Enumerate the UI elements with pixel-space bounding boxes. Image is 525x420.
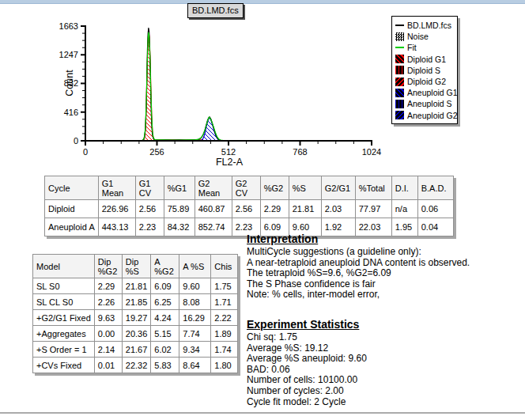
legend-item-diploid-g1[interactable]: Diploid G1 [395,54,455,65]
table-cell: 0.06 [417,200,453,218]
table-cell: 8.64 [179,358,211,373]
column-header: %G2 [260,176,289,200]
table-cell: 21.85 [122,294,151,310]
chart-title[interactable]: BD.LMD.fcs [187,3,244,18]
table-cell: 21.81 [122,278,151,294]
table-cell: 2.56 [135,200,164,218]
column-header: Model [33,255,95,278]
x-tick-label: 768 [293,147,307,157]
experiment-statistics-lines: Chi sq: 1.75Average %S: 19.12Average %S … [247,332,523,407]
table-row[interactable]: SL CL S02.2621.856.258.081.71 [33,294,238,310]
legend-item-aneuploid-g1[interactable]: Aneuploid G1 [395,87,455,98]
legend-item-aneuploid-s[interactable]: Aneuploid S [395,98,455,109]
fit-curve [85,32,372,141]
text-line: The S Phase confidence is fair [247,279,523,290]
table-cell: 2.26 [94,294,122,310]
hatch-vert-swatch-icon [395,100,404,108]
table-cell: 22.32 [122,358,151,373]
table-cell: 2.29 [94,278,122,294]
legend-label: BD.LMD.fcs [407,21,451,30]
table-cell: 5.15 [151,326,179,342]
text-line: A near-tetraploid aneuploid DNA content … [247,258,523,269]
hatch-fwd-swatch-icon [395,78,404,86]
table-cell: 1.89 [211,326,238,342]
table-cell: 443.13 [98,218,135,236]
table-cell: 4.24 [151,310,179,326]
table-cell: 9.60 [179,278,211,294]
table-cell: Aneuploid A [45,218,99,236]
legend-item-diploid-s[interactable]: Diploid S [395,65,455,76]
table-cell: +S Order = 1 [33,342,95,358]
table-cell: 6.25 [151,294,179,310]
table-cell: 1.80 [211,358,238,373]
text-line: Number of cells: 10100.00 [247,375,523,386]
column-header: A %S [179,255,211,278]
text-line: Chi sq: 1.75 [247,332,523,343]
table-cell: 75.89 [164,200,195,218]
table-cell: 16.29 [179,310,211,326]
column-header: %G1 [164,176,195,200]
table-cell: 2.22 [211,310,238,326]
legend-item-noise[interactable]: Noise [395,31,455,42]
table-cell: 1.71 [211,294,238,310]
column-header: G1 CV [135,176,164,200]
hatch-fwd-swatch-icon [395,111,404,119]
hatch-back-swatch-icon [395,55,404,63]
table-cell: 8.08 [179,294,211,310]
y-tick-label: 0 [74,136,78,146]
y-tick-label: 1663 [59,21,78,31]
legend-item-aneuploid-g2[interactable]: Aneuploid G2 [395,110,455,121]
table-cell: 2.56 [232,200,260,218]
column-header: %Total [355,176,391,200]
table-cell: +CVs Fixed [33,358,95,373]
table-cell: 2.23 [135,218,164,236]
legend-label: Diploid G1 [407,55,446,64]
text-line: Note: % cells, inter-model error, [247,289,523,301]
text-line: The tetraploid %S=9.6, %G2=6.09 [247,268,523,279]
table-cell: 7.74 [179,326,211,342]
table-row[interactable]: +CVs Fixed0.0122.325.838.641.80 [33,358,238,373]
legend-label: Noise [407,32,429,41]
table-cell: +G2/G1 Fixed [33,310,95,326]
legend-label: Fit [407,43,417,52]
column-header: G2 CV [232,176,260,200]
legend-item-fit[interactable]: Fit [395,42,455,53]
table-cell: 460.87 [195,200,232,218]
table-cell: 21.81 [289,200,321,218]
table-row[interactable]: Diploid226.962.5675.89460.872.562.2921.8… [45,200,454,218]
column-header: D.I. [391,176,417,200]
table-cell: 21.67 [122,342,151,358]
table-row[interactable]: +S Order = 12.1421.676.029.341.74 [33,342,238,358]
diploid-g1-peak [143,33,156,141]
line-swatch-icon [395,44,404,52]
text-line: Cycle fit model: 2 Cycle [247,397,523,408]
legend-item-diploid-g2[interactable]: Diploid G2 [395,76,455,87]
x-tick-label: 256 [149,147,164,157]
table-cell: SL CL S0 [33,294,95,310]
table-row[interactable]: +G2/G1 Fixed9.6319.274.2416.292.22 [33,310,238,326]
table-cell: n/a [391,200,417,218]
table-cell: 1.75 [211,278,238,294]
interpretation-heading: Interpretation [247,233,523,245]
column-header: G1 Mean [98,176,135,200]
table-row[interactable]: +Aggregates0.0020.365.157.741.89 [33,326,238,342]
experiment-statistics-heading: Experiment Statistics [247,318,523,331]
table-cell: 19.27 [122,310,151,326]
multicycle-report-window: 02565127681024041683212471663 BD.LMD.fcs… [0,0,525,420]
column-header: G2/G1 [321,176,355,200]
legend-item-bd-lmd-fcs[interactable]: BD.LMD.fcs [395,20,455,31]
table-row[interactable]: SL S02.2921.816.099.601.75 [33,278,238,294]
window-bottom-divider [0,412,525,414]
column-header: A %G2 [151,255,179,278]
x-tick-label: 512 [221,147,236,157]
table-cell: Diploid [45,200,99,218]
table-cell: 2.29 [260,200,289,218]
checker-swatch-icon [395,32,404,41]
table-cell: 2.14 [94,342,122,358]
column-header: B.A.D. [417,176,453,200]
table-cell: 20.36 [122,326,151,342]
aneuploid-g1-peak [201,117,221,141]
legend-label: Diploid S [407,66,440,75]
x-tick-label: 0 [83,147,88,157]
hatch-vert-swatch-icon [395,66,404,74]
